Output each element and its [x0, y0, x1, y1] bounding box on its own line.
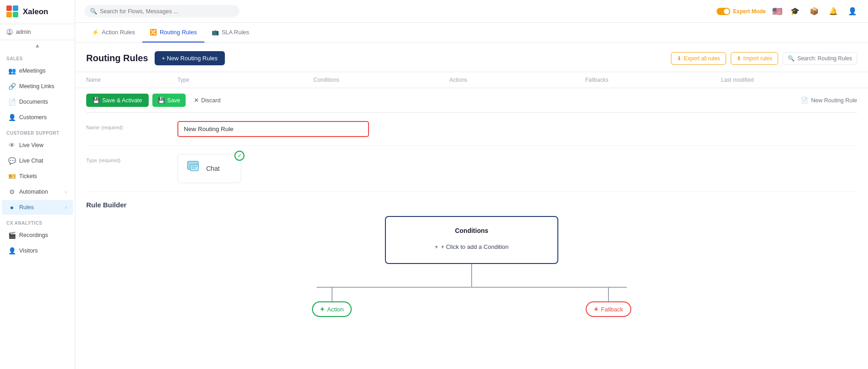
download-icon: ⬇: [677, 55, 681, 62]
name-input[interactable]: [177, 121, 369, 137]
sidebar-item-live-chat[interactable]: 💬 Live Chat: [2, 153, 73, 168]
new-routing-rules-button[interactable]: + New Routing Rules: [155, 51, 225, 65]
upload-icon: ⬆: [737, 55, 741, 62]
notifications-icon[interactable]: 🔔: [827, 5, 840, 18]
sidebar-item-label: Customers: [19, 114, 47, 121]
header-right: ⬇ Export all rules ⬆ Import rules 🔍 Sear…: [671, 52, 857, 65]
sidebar-item-customers[interactable]: 👤 Customers: [2, 110, 73, 125]
rule-builder-label: Rule Builder: [86, 192, 857, 216]
type-card-label: Chat: [206, 165, 220, 172]
live-chat-icon: 💬: [8, 157, 16, 164]
logo-text: Xaleon: [23, 7, 48, 16]
documents-icon: 📄: [8, 98, 16, 105]
live-view-icon: 👁: [8, 142, 16, 149]
content-header: Routing Rules + New Routing Rules ⬇ Expo…: [75, 43, 868, 72]
emeetings-icon: 👥: [8, 67, 16, 74]
type-card-chat[interactable]: ✓ Chat: [177, 154, 241, 183]
sidebar-item-label: Recordings: [19, 232, 48, 238]
rule-builder-area: Conditions + + Click to add a Condition: [86, 216, 857, 317]
user-profile-icon[interactable]: 👤: [846, 5, 859, 18]
scroll-up-btn[interactable]: ▲: [0, 40, 75, 51]
fallback-label: Fallback: [601, 306, 623, 313]
expert-mode-toggle[interactable]: Expert Mode: [717, 8, 766, 15]
main-content: 🔍 Expert Mode 🇺🇸 🎓 📦 🔔 👤 ⚡ Action Rules …: [75, 0, 868, 369]
search-bar[interactable]: 🔍: [84, 5, 239, 17]
discard-button[interactable]: ✕ Discard: [189, 94, 225, 107]
svg-point-5: [9, 30, 10, 32]
tab-routing-rules-label: Routing Rules: [160, 29, 197, 36]
sidebar-item-recordings[interactable]: 🎬 Recordings: [2, 228, 73, 242]
export-button[interactable]: ⬇ Export all rules: [671, 52, 726, 65]
chat-type-icon: [187, 161, 202, 176]
conditions-title: Conditions: [400, 227, 544, 234]
sales-section-label: SALES: [0, 51, 75, 63]
discard-icon: ✕: [194, 97, 199, 104]
box-icon[interactable]: 📦: [808, 5, 821, 18]
search-icon: 🔍: [90, 8, 97, 15]
rules-chevron: ›: [65, 205, 67, 210]
tab-action-rules[interactable]: ⚡ Action Rules: [84, 23, 142, 42]
type-label: Type (required): [86, 154, 168, 163]
sidebar-item-emeetings[interactable]: 👥 eMeetings: [2, 63, 73, 78]
add-condition-button[interactable]: + + Click to add a Condition: [400, 241, 544, 253]
meeting-links-icon: 🔗: [8, 83, 16, 90]
rule-builder-section: Rule Builder Conditions + + Click to add…: [86, 192, 857, 317]
breadcrumb-doc-icon: 📄: [801, 97, 808, 104]
tab-routing-rules[interactable]: 🔀 Routing Rules: [142, 23, 204, 42]
sidebar-item-label: Live View: [19, 142, 43, 148]
customer-support-section-label: CUSTOMER SUPPORT: [0, 125, 75, 137]
fallback-button[interactable]: + Fallback: [586, 301, 631, 317]
content-area: Routing Rules + New Routing Rules ⬇ Expo…: [75, 43, 868, 369]
add-icon: +: [435, 243, 438, 250]
graduation-icon[interactable]: 🎓: [789, 5, 801, 18]
sidebar-item-label: Meeting Links: [19, 83, 54, 90]
search-input[interactable]: [100, 8, 234, 15]
table-header: Name Type Conditions Actions Fallbacks L…: [75, 72, 868, 88]
action-button[interactable]: + Action: [312, 301, 352, 317]
search-icon-small: 🔍: [788, 55, 795, 62]
expert-mode-switch[interactable]: [717, 8, 730, 15]
visitors-icon: 👤: [8, 247, 16, 254]
save-activate-button[interactable]: 💾 Save & Activate: [86, 94, 149, 107]
form-toolbar: 💾 Save & Activate 💾 Save ✕ Discard 📄 New…: [86, 88, 857, 113]
sidebar-item-rules[interactable]: ● Rules ›: [2, 200, 73, 215]
sidebar-item-meeting-links[interactable]: 🔗 Meeting Links: [2, 79, 73, 94]
svg-rect-3: [13, 12, 18, 17]
connector-v1: [471, 264, 472, 287]
sidebar-item-label: Rules: [19, 204, 34, 211]
type-card-wrapper: ✓ Chat: [177, 154, 241, 183]
chat-svg-icon: [187, 161, 202, 174]
action-connector-v: [332, 288, 333, 301]
import-button[interactable]: ⬆ Import rules: [731, 52, 778, 65]
sidebar-item-automation[interactable]: ⚙ Automation ›: [2, 184, 73, 199]
sidebar-item-documents[interactable]: 📄 Documents: [2, 95, 73, 109]
name-row: Name (required): [86, 113, 857, 146]
col-last-modified: Last modified: [721, 77, 857, 83]
sidebar-item-tickets[interactable]: 🎫 Tickets: [2, 169, 73, 184]
routing-rules-search[interactable]: 🔍 Search: Routing Rules: [783, 52, 857, 65]
customers-icon: 👤: [8, 114, 16, 121]
conditions-box: Conditions + + Click to add a Condition: [385, 216, 558, 264]
save-button[interactable]: 💾 Save: [152, 94, 186, 107]
admin-label: admin: [16, 29, 31, 35]
topbar: 🔍 Expert Mode 🇺🇸 🎓 📦 🔔 👤: [75, 0, 868, 23]
language-flag[interactable]: 🇺🇸: [772, 6, 782, 16]
sidebar-item-label: Automation: [19, 189, 48, 195]
save-icon: 💾: [93, 97, 100, 104]
topbar-right: Expert Mode 🇺🇸 🎓 📦 🔔 👤: [717, 5, 859, 18]
tab-sla-rules[interactable]: 📺 SLA Rules: [204, 23, 257, 42]
recordings-icon: 🎬: [8, 232, 16, 239]
save-icon-2: 💾: [158, 97, 165, 104]
sla-rules-icon: 📺: [212, 29, 219, 36]
sidebar-item-visitors[interactable]: 👤 Visitors: [2, 243, 73, 258]
fallback-branch: + Fallback: [586, 288, 631, 317]
action-branch: + Action: [312, 288, 352, 317]
col-name: Name: [86, 77, 177, 83]
sidebar-item-live-view[interactable]: 👁 Live View: [2, 138, 73, 153]
name-label: Name (required): [86, 121, 168, 131]
col-actions: Actions: [449, 77, 585, 83]
admin-item[interactable]: admin: [0, 24, 75, 40]
fallback-connector-v: [608, 288, 609, 301]
page-title: Routing Rules: [86, 53, 148, 63]
type-row: Type (required) ✓: [86, 146, 857, 192]
